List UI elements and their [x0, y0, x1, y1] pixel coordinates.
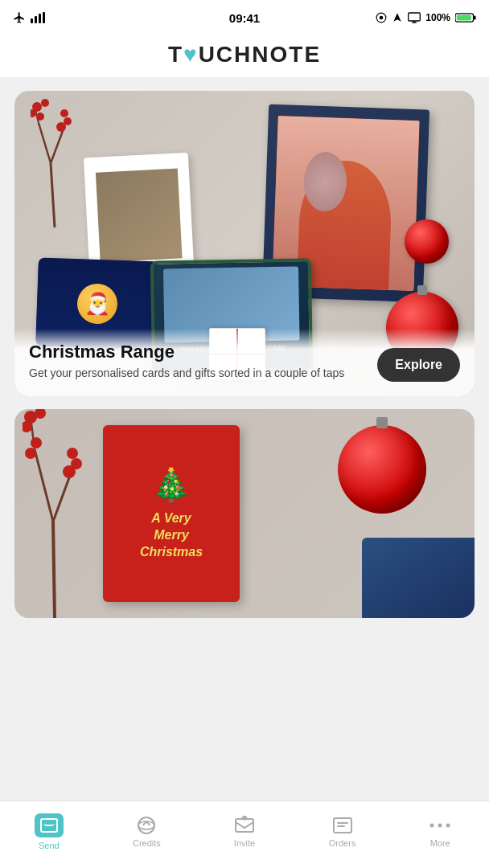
red-xmas-card: 🎄 A VeryMerryChristmas: [103, 425, 240, 602]
svg-rect-2: [39, 14, 41, 23]
battery-percent: 100%: [425, 12, 450, 23]
berry-branch-2: [23, 409, 87, 618]
nav-orders[interactable]: Orders: [294, 801, 392, 868]
nav-credits[interactable]: Credits: [98, 801, 196, 868]
status-right: 100%: [376, 12, 476, 23]
more-icon: [429, 816, 451, 835]
svg-point-37: [430, 823, 434, 827]
nav-invite[interactable]: Invite: [195, 801, 294, 868]
main-content: 🎅 THE MOST WONDERFUL TIME: [0, 78, 489, 811]
svg-rect-1: [35, 16, 37, 23]
orders-icon: [331, 816, 354, 835]
svg-rect-36: [334, 818, 351, 833]
status-bar: 09:41 100%: [0, 0, 489, 35]
send-icon-inner: [40, 818, 58, 833]
location-icon: [376, 12, 387, 23]
svg-point-33: [138, 817, 154, 833]
logo: T♥UCHNOTE: [0, 42, 489, 68]
svg-point-30: [67, 448, 78, 459]
berry-branch: [31, 99, 79, 227]
svg-point-31: [31, 437, 42, 448]
svg-rect-35: [236, 819, 253, 832]
svg-rect-8: [474, 15, 476, 19]
nav-more-label: More: [430, 838, 450, 848]
nav-send[interactable]: Send: [0, 801, 98, 868]
svg-line-11: [39, 123, 51, 163]
blue-card-partial: [362, 538, 475, 618]
nav-send-label: Send: [39, 841, 60, 850]
svg-point-32: [25, 448, 36, 459]
xmas-tree-icon: 🎄: [151, 466, 191, 504]
send-icon: [35, 813, 64, 837]
bottom-nav: Send Credits Invite Orders: [0, 800, 489, 868]
bauble-card: [338, 425, 426, 514]
airplane-icon: [13, 11, 26, 24]
nav-credits-label: Credits: [133, 838, 161, 848]
christmas-scene-2: 🎄 A VeryMerryChristmas: [14, 409, 475, 618]
svg-rect-6: [409, 13, 421, 21]
nav-more[interactable]: More: [391, 801, 489, 868]
battery-icon: [455, 12, 476, 23]
svg-point-38: [438, 823, 442, 827]
status-time: 09:41: [229, 11, 260, 25]
card-description: Get your personalised cards and gifts so…: [29, 366, 366, 382]
svg-rect-9: [457, 15, 471, 21]
svg-point-20: [36, 113, 44, 121]
svg-line-21: [53, 522, 55, 618]
logo-heart: ♥: [183, 42, 199, 67]
merry-christmas-card[interactable]: 🎄 A VeryMerryChristmas: [14, 409, 475, 618]
nav-invite-label: Invite: [234, 838, 255, 848]
nav-orders-label: Orders: [329, 838, 356, 848]
svg-point-5: [380, 16, 384, 20]
svg-rect-3: [43, 12, 45, 23]
xmas-card-text: A VeryMerryChristmas: [140, 510, 203, 560]
svg-rect-0: [31, 18, 33, 23]
status-left: [13, 11, 45, 24]
screen-icon: [408, 12, 421, 23]
header: T♥UCHNOTE: [0, 35, 489, 78]
svg-line-10: [51, 163, 55, 227]
svg-line-22: [35, 449, 53, 522]
christmas-range-card[interactable]: 🎅 THE MOST WONDERFUL TIME: [14, 91, 475, 396]
signal-icon: [31, 12, 45, 23]
credits-icon: [135, 816, 158, 835]
svg-point-29: [71, 458, 82, 469]
svg-point-18: [64, 117, 72, 125]
card2-image: 🎄 A VeryMerryChristmas: [14, 409, 475, 618]
svg-line-12: [51, 131, 63, 163]
arrow-icon: [392, 12, 403, 23]
svg-point-39: [446, 823, 450, 827]
card-text-block: Christmas Range Get your personalised ca…: [29, 342, 366, 382]
svg-point-15: [41, 99, 49, 107]
invite-icon: [233, 816, 256, 835]
svg-line-23: [53, 473, 71, 522]
bauble-small: [405, 219, 449, 264]
svg-point-19: [60, 109, 68, 117]
explore-button[interactable]: Explore: [377, 348, 460, 382]
card-overlay: Christmas Range Get your personalised ca…: [14, 329, 475, 396]
card-title: Christmas Range: [29, 342, 366, 362]
